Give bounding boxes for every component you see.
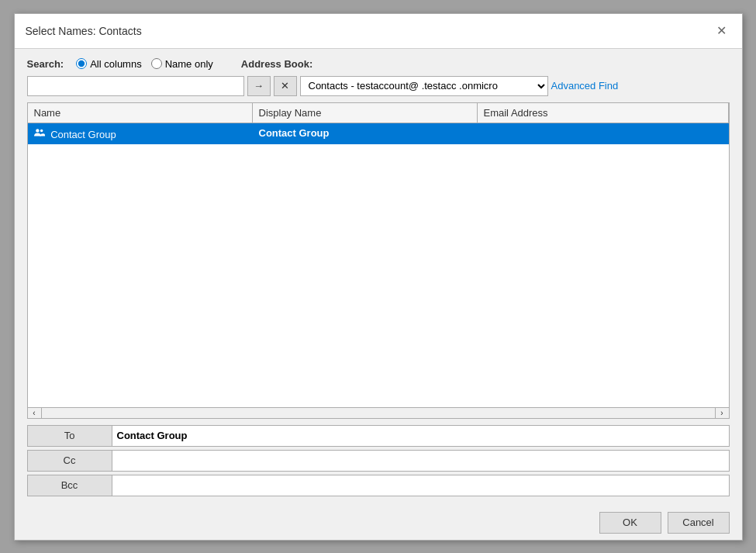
to-row: To [27, 425, 730, 447]
all-columns-label: All columns [90, 58, 141, 70]
search-label: Search: [27, 58, 64, 70]
table-header: Name Display Name Email Address [28, 103, 729, 123]
ok-button[interactable]: OK [599, 512, 661, 534]
cc-button[interactable]: Cc [27, 450, 112, 472]
table-body[interactable]: Contact Group Contact Group [28, 123, 729, 407]
search-input-row: → ✕ Contacts - testaccount@ .testacc .on… [27, 76, 730, 96]
name-only-radio[interactable]: Name only [151, 58, 213, 70]
search-row: Search: All columns Name only Address Bo… [27, 58, 730, 70]
cc-row: Cc [27, 450, 730, 472]
recipient-area: To Cc Bcc [27, 425, 730, 496]
cc-input[interactable] [112, 450, 730, 472]
table-cell-email [478, 123, 729, 144]
bcc-row: Bcc [27, 475, 730, 496]
go-arrow-icon: → [254, 80, 264, 92]
column-header-name: Name [28, 103, 253, 123]
title-bar: Select Names: Contacts ✕ [15, 14, 742, 49]
all-columns-radio[interactable]: All columns [76, 58, 141, 70]
horizontal-scrollbar[interactable]: ‹ › [28, 407, 729, 418]
to-button[interactable]: To [27, 425, 112, 447]
contact-table: Name Display Name Email Address [27, 102, 730, 419]
scroll-right-arrow[interactable]: › [715, 407, 729, 418]
svg-point-0 [36, 129, 39, 132]
column-header-display: Display Name [253, 103, 478, 123]
to-input[interactable] [112, 425, 730, 447]
cancel-button[interactable]: Cancel [668, 512, 730, 534]
clear-x-icon: ✕ [281, 80, 289, 92]
address-book-select[interactable]: Contacts - testaccount@ .testacc .onmicr… [300, 76, 548, 96]
search-go-button[interactable]: → [247, 76, 271, 96]
table-cell-name: Contact Group [28, 123, 253, 144]
select-names-dialog: Select Names: Contacts ✕ Search: All col… [14, 13, 743, 541]
column-header-email: Email Address [478, 103, 729, 123]
table-cell-display: Contact Group [253, 123, 478, 144]
address-book-label: Address Book: [241, 58, 312, 70]
dialog-body: Search: All columns Name only Address Bo… [15, 49, 742, 506]
name-only-label: Name only [165, 58, 213, 70]
table-row[interactable]: Contact Group Contact Group [28, 123, 729, 144]
advanced-find-link[interactable]: Advanced Find [551, 80, 619, 92]
scroll-left-arrow[interactable]: ‹ [28, 407, 42, 418]
dialog-footer: OK Cancel [15, 506, 742, 540]
dialog-title: Select Names: Contacts [26, 25, 142, 37]
search-options: All columns Name only [76, 58, 213, 70]
search-clear-button[interactable]: ✕ [274, 76, 297, 96]
svg-point-1 [40, 129, 43, 132]
close-button[interactable]: ✕ [713, 22, 731, 40]
bcc-button[interactable]: Bcc [27, 475, 112, 496]
contact-group-icon [34, 127, 45, 138]
search-input[interactable] [27, 76, 244, 96]
bcc-input[interactable] [112, 475, 730, 496]
